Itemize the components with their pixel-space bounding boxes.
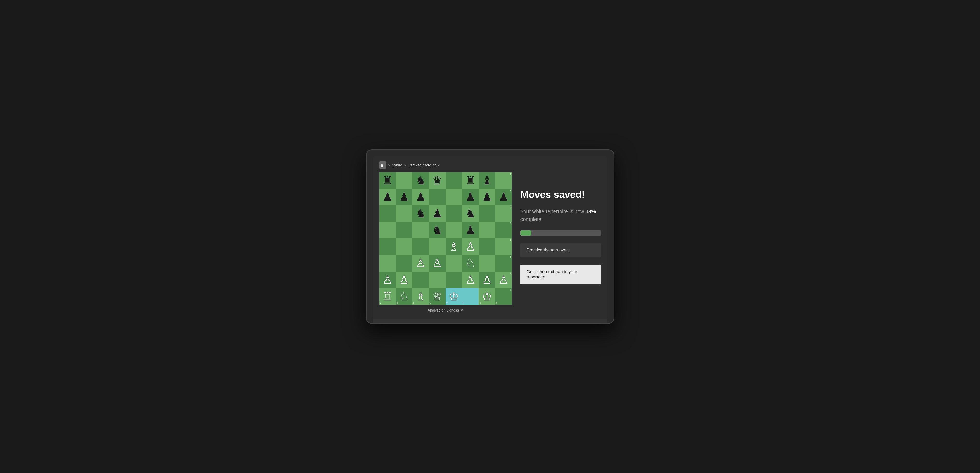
chess-piece: ♞ bbox=[415, 175, 426, 186]
board-square[interactable]: ♕d bbox=[429, 288, 445, 305]
board-square[interactable]: ♞ bbox=[429, 222, 445, 239]
board-square[interactable]: f bbox=[462, 288, 479, 305]
board-square[interactable]: 8 bbox=[495, 172, 512, 189]
board-square[interactable] bbox=[396, 255, 412, 272]
rank-label: 3 bbox=[510, 256, 511, 258]
left-panel: ♞ > White > Browse / add new ♜♞♛♜♝8♟♟♟♟♟… bbox=[379, 161, 512, 312]
board-square[interactable] bbox=[379, 222, 396, 239]
board-square[interactable]: ♟ bbox=[462, 222, 479, 239]
practice-moves-button[interactable]: Practice these moves bbox=[520, 243, 601, 257]
board-square[interactable] bbox=[479, 222, 495, 239]
board-square[interactable] bbox=[396, 172, 412, 189]
chess-piece: ♗ bbox=[415, 291, 426, 302]
chess-board: ♜♞♛♜♝8♟♟♟♟♟♟7♞♟♞6♞♟5♗♙4♙♙♘3♙♙♙♙♙2♖a♘b♗c♕… bbox=[379, 172, 512, 305]
board-square[interactable] bbox=[379, 205, 396, 222]
progress-bar-fill bbox=[520, 230, 531, 236]
board-square[interactable]: ♟ bbox=[379, 189, 396, 205]
board-square[interactable]: ♞ bbox=[412, 172, 429, 189]
board-square[interactable]: ♔g bbox=[479, 288, 495, 305]
board-square[interactable]: ♟ bbox=[396, 189, 412, 205]
board-square[interactable] bbox=[445, 189, 462, 205]
board-square[interactable] bbox=[379, 255, 396, 272]
chess-piece: ♜ bbox=[465, 175, 476, 186]
board-square[interactable] bbox=[445, 205, 462, 222]
chess-piece: ♞ bbox=[432, 225, 442, 236]
chess-piece: ♟ bbox=[465, 191, 476, 203]
board-square[interactable] bbox=[445, 222, 462, 239]
rank-label: 1 bbox=[510, 289, 511, 291]
rank-label: 6 bbox=[510, 206, 511, 209]
board-square[interactable]: ♖a bbox=[379, 288, 396, 305]
board-square[interactable]: 6 bbox=[495, 205, 512, 222]
board-square[interactable] bbox=[445, 172, 462, 189]
board-square[interactable]: ♙ bbox=[479, 272, 495, 288]
board-square[interactable] bbox=[429, 272, 445, 288]
board-square[interactable]: ♟ bbox=[462, 189, 479, 205]
progress-bar bbox=[520, 230, 601, 236]
board-square[interactable] bbox=[429, 189, 445, 205]
board-square[interactable]: ♙2 bbox=[495, 272, 512, 288]
board-square[interactable]: ♟ bbox=[479, 189, 495, 205]
file-label: g bbox=[479, 302, 481, 304]
board-square[interactable]: ♙ bbox=[462, 272, 479, 288]
board-square[interactable] bbox=[412, 239, 429, 255]
board-square[interactable] bbox=[479, 205, 495, 222]
file-label: c bbox=[413, 302, 415, 304]
right-panel: Moves saved! Your white repertoire is no… bbox=[520, 161, 601, 312]
board-square[interactable]: ♔e bbox=[445, 288, 462, 305]
board-square[interactable] bbox=[445, 255, 462, 272]
board-square[interactable]: 3 bbox=[495, 255, 512, 272]
breadcrumb-browse[interactable]: Browse / add new bbox=[409, 163, 439, 167]
board-square[interactable] bbox=[429, 239, 445, 255]
board-square[interactable]: ♞ bbox=[462, 205, 479, 222]
board-square[interactable] bbox=[379, 239, 396, 255]
breadcrumb-white[interactable]: White bbox=[393, 163, 402, 167]
board-square[interactable]: ♗c bbox=[412, 288, 429, 305]
content-area: ♞ > White > Browse / add new ♜♞♛♜♝8♟♟♟♟♟… bbox=[373, 156, 608, 319]
laptop-frame: ♞ > White > Browse / add new ♜♞♛♜♝8♟♟♟♟♟… bbox=[366, 149, 614, 324]
laptop-bottom-bar bbox=[373, 319, 608, 323]
board-square[interactable] bbox=[412, 272, 429, 288]
board-square[interactable] bbox=[396, 205, 412, 222]
chess-piece: ♙ bbox=[382, 274, 393, 286]
board-square[interactable]: ♟ bbox=[429, 205, 445, 222]
chess-piece: ♘ bbox=[399, 291, 409, 302]
board-square[interactable]: ♗ bbox=[445, 239, 462, 255]
board-square[interactable]: ♙ bbox=[429, 255, 445, 272]
board-square[interactable]: 1h bbox=[495, 288, 512, 305]
board-square[interactable]: ♝ bbox=[479, 172, 495, 189]
chess-piece: ♟ bbox=[415, 191, 426, 203]
board-square[interactable]: 5 bbox=[495, 222, 512, 239]
board-square[interactable]: ♘b bbox=[396, 288, 412, 305]
board-square[interactable]: ♙ bbox=[379, 272, 396, 288]
board-square[interactable]: ♟7 bbox=[495, 189, 512, 205]
board-square[interactable]: ♞ bbox=[412, 205, 429, 222]
board-square[interactable]: ♟ bbox=[412, 189, 429, 205]
board-square[interactable] bbox=[479, 239, 495, 255]
chess-piece: ♔ bbox=[449, 291, 459, 302]
file-label: e bbox=[446, 302, 448, 304]
file-label: a bbox=[380, 302, 382, 304]
board-square[interactable]: 4 bbox=[495, 239, 512, 255]
external-link-icon: ↗ bbox=[460, 308, 463, 312]
chess-piece: ♙ bbox=[415, 258, 426, 269]
next-gap-button[interactable]: Go to the next gap in your repertoire bbox=[520, 264, 601, 284]
board-square[interactable]: ♘ bbox=[462, 255, 479, 272]
chess-board-wrapper: ♜♞♛♜♝8♟♟♟♟♟♟7♞♟♞6♞♟5♗♙4♙♙♘3♙♙♙♙♙2♖a♘b♗c♕… bbox=[379, 172, 512, 305]
board-square[interactable]: ♙ bbox=[396, 272, 412, 288]
book-icon: ♞ bbox=[379, 161, 386, 169]
board-square[interactable]: ♜ bbox=[379, 172, 396, 189]
board-square[interactable] bbox=[445, 272, 462, 288]
chess-piece: ♟ bbox=[399, 191, 409, 203]
screen: ♞ > White > Browse / add new ♜♞♛♜♝8♟♟♟♟♟… bbox=[373, 156, 608, 323]
chess-piece: ♝ bbox=[482, 175, 492, 186]
board-square[interactable] bbox=[396, 222, 412, 239]
analyze-link[interactable]: Analyze on Lichess ↗ bbox=[428, 308, 463, 312]
board-square[interactable]: ♜ bbox=[462, 172, 479, 189]
board-square[interactable] bbox=[412, 222, 429, 239]
board-square[interactable]: ♙ bbox=[462, 239, 479, 255]
board-square[interactable] bbox=[479, 255, 495, 272]
board-square[interactable] bbox=[396, 239, 412, 255]
board-square[interactable]: ♙ bbox=[412, 255, 429, 272]
board-square[interactable]: ♛ bbox=[429, 172, 445, 189]
